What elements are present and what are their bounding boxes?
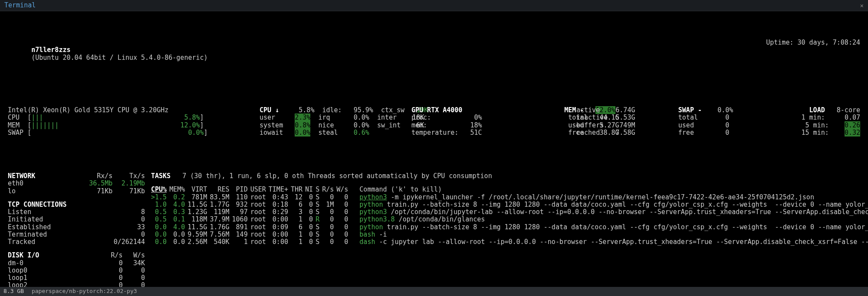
process-row[interactable]: 0.00.02.56M540K1root0:0010S00dash -c jup… [151,238,868,246]
cpu-bar: CPU [||| 5.8%] [8,114,260,121]
terminal-output[interactable]: n7ller8zzs (Ubuntu 20.04 64bit / Linux 5… [0,11,868,296]
network-table: NETWORKRx/sTx/s eth036.5Mb2.19Mb lo71Kb7… [8,172,147,195]
net-row: eth036.5Mb2.19Mb [8,180,147,187]
status-image: paperspace/nb-pytorch:22.02-py3 [32,288,137,295]
status-bar: 8.3 GB paperspace/nb-pytorch:22.02-py3 [0,287,868,296]
system-stats: Intel(R) Xeon(R) Gold 5315Y CPU @ 3.20GH… [8,107,860,137]
tab-title[interactable]: Terminal [4,2,36,9]
process-row[interactable]: 0.00.09.59M7.56M149root0:0010S00bash -i [151,231,868,238]
process-row[interactable]: 0.04.011.5G1.76G891root0:0960S00python t… [151,224,868,231]
cpu-model: Intel(R) Xeon(R) Gold 5315Y CPU @ 3.20GH… [8,107,260,114]
tcp-table: TCP CONNECTIONS Listen8 Initiated0 Estab… [8,201,147,246]
hostname: n7ller8zzs [31,46,70,54]
tasks-header: TASKS 7 (30 thr), 1 run, 6 slp, 0 oth Th… [151,172,868,180]
process-table: CPU% MEM% VIRT RES PID USER TIME+ THR NI… [151,186,868,246]
gpu-title: GPU RTX A4000 [411,106,462,114]
process-row[interactable]: 1.04.011.5G1.77G932root0:1860S1M0python … [151,201,868,208]
mem-bar: MEM [||||||| 12.0%] [8,122,260,129]
close-icon[interactable]: × [860,2,864,9]
titlebar: Terminal × [0,0,868,11]
process-row[interactable]: >1.50.2781M83.5M110root0:43120S00python3… [151,194,868,201]
cpu-breakdown: CPU ↓ 5.8% idle: 95.9% ctx_sw 19K user 2… [260,107,411,137]
status-size: 8.3 GB [3,288,24,295]
uptime: Uptime: 30 days, 7:08:24 [766,39,860,69]
os-info: (Ubuntu 20.04 64bit / Linux 5.4.0-86-gen… [31,54,207,62]
swap-bar: SWAP [ 0.0%] [8,129,260,137]
process-row[interactable]: 0.50.31.23G119M97root0:2930S00python3 /o… [151,208,868,216]
net-row: lo71Kb71Kb [8,188,147,195]
process-row[interactable]: 0.50.1118M37.9M1060root0:0010R00python3.… [151,216,868,223]
